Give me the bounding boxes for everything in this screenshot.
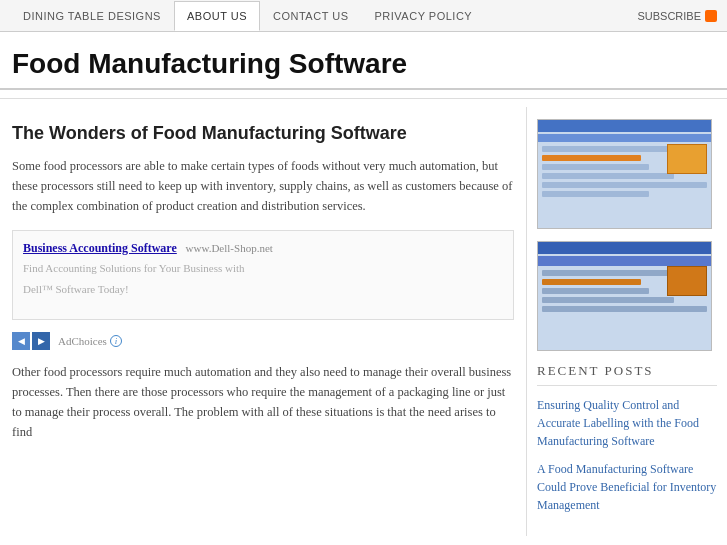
ad-next-button[interactable]: ▶ (32, 332, 50, 350)
main-layout: The Wonders of Food Manufacturing Softwa… (0, 107, 727, 536)
nav-item-dining[interactable]: DINING TABLE DESIGNS (10, 1, 174, 31)
nav-links: DINING TABLE DESIGNS ABOUT US CONTACT US… (10, 1, 485, 31)
ad-desc-line1: Find Accounting Solutions for Your Busin… (23, 260, 503, 277)
site-title: Food Manufacturing Software (12, 48, 715, 80)
nav-item-privacy[interactable]: PRIVACY POLICY (362, 1, 486, 31)
adchoices-label-area: AdChoices i (58, 335, 122, 347)
nav-item-contact[interactable]: CONTACT US (260, 1, 362, 31)
top-navigation: DINING TABLE DESIGNS ABOUT US CONTACT US… (0, 0, 727, 32)
ad-block: Business Accounting Software www.Dell-Sh… (12, 230, 514, 320)
sidebar-image-2 (537, 241, 712, 351)
recent-posts-section: Recent Posts Ensuring Quality Control an… (537, 363, 717, 514)
subscribe-label: SUBSCRIBE (637, 10, 701, 22)
article-body-1: Some food processors are able to make ce… (12, 156, 514, 216)
adchoices-icon: i (110, 335, 122, 347)
recent-post-2[interactable]: A Food Manufacturing Software Could Prov… (537, 460, 717, 514)
site-header: Food Manufacturing Software (0, 32, 727, 90)
subscribe-area[interactable]: SUBSCRIBE (637, 10, 717, 22)
content-area: The Wonders of Food Manufacturing Softwa… (0, 107, 527, 536)
adchoices-bar: ◀ ▶ AdChoices i (12, 332, 514, 350)
article-body-2: Other food processors require much autom… (12, 362, 514, 442)
ad-domain: www.Dell-Shop.net (186, 242, 273, 254)
sidebar-image-1 (537, 119, 712, 229)
recent-post-1[interactable]: Ensuring Quality Control and Accurate La… (537, 396, 717, 450)
ad-desc-line2: Dell™ Software Today! (23, 281, 503, 298)
ad-prev-button[interactable]: ◀ (12, 332, 30, 350)
adchoices-text: AdChoices (58, 335, 107, 347)
ad-link[interactable]: Business Accounting Software (23, 241, 177, 255)
nav-item-about[interactable]: ABOUT US (174, 1, 260, 31)
recent-posts-title: Recent Posts (537, 363, 717, 386)
article-title: The Wonders of Food Manufacturing Softwa… (12, 123, 514, 144)
ad-navigation-arrows: ◀ ▶ (12, 332, 50, 350)
rss-icon (705, 10, 717, 22)
sidebar: Recent Posts Ensuring Quality Control an… (527, 107, 727, 536)
